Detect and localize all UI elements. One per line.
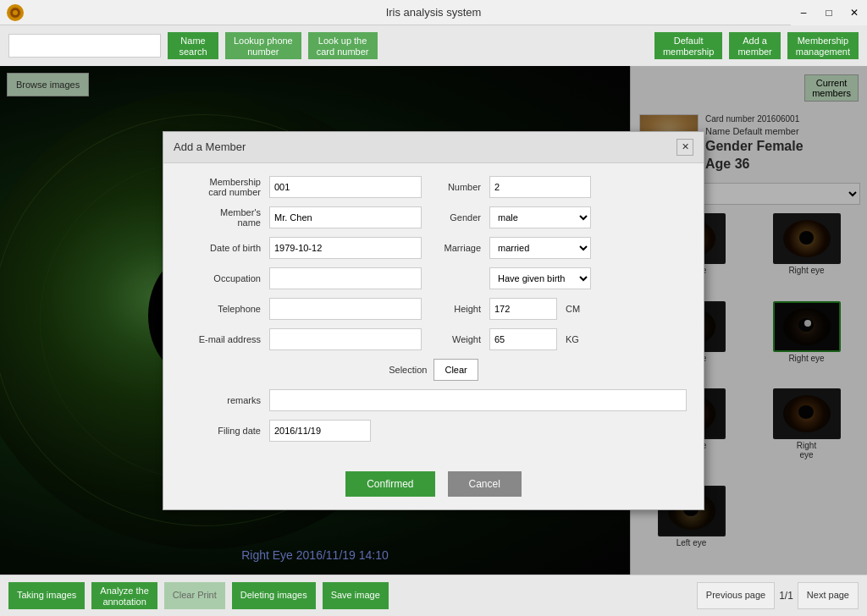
telephone-label: Telephone	[180, 304, 261, 314]
confirm-button[interactable]: Confirmed	[345, 471, 434, 497]
dialog-footer: Confirmed Cancel	[163, 463, 704, 509]
selection-label: Selection	[389, 365, 427, 375]
marriage-select[interactable]: married single	[489, 237, 591, 259]
search-input[interactable]	[8, 34, 161, 58]
filing-date-label: Filing date	[180, 426, 261, 436]
email-label: E-mail address	[180, 334, 261, 344]
form-row-occupation: Occupation Have given birth	[180, 267, 687, 289]
dialog-close-button[interactable]: ✕	[676, 139, 693, 156]
dialog-title: Add a Member	[174, 140, 246, 153]
occupation-label: Occupation	[180, 273, 261, 283]
minimize-button[interactable]: –	[791, 0, 816, 25]
close-button[interactable]: ✕	[842, 0, 867, 25]
form-row-dob: Date of birth Marriage married single	[180, 237, 687, 259]
gender-label: Gender	[430, 212, 481, 223]
form-row-email: E-mail address Weight KG	[180, 328, 687, 350]
form-row-telephone: Telephone Height CM	[180, 298, 687, 320]
dob-label: Date of birth	[180, 243, 261, 253]
next-page-button[interactable]: Next page	[798, 582, 859, 609]
have-given-birth-select[interactable]: Have given birth	[489, 267, 591, 289]
membership-card-input[interactable]	[269, 176, 422, 198]
name-search-button[interactable]: Name search	[168, 32, 218, 59]
window-controls: – □ ✕	[791, 0, 867, 25]
clear-print-button[interactable]: Clear Print	[164, 582, 225, 609]
member-name-input[interactable]	[269, 206, 422, 228]
app-icon	[7, 4, 24, 21]
pagination: Previous page 1/1 Next page	[697, 582, 859, 609]
cancel-button[interactable]: Cancel	[448, 471, 522, 497]
weight-unit: KG	[566, 334, 579, 344]
weight-input[interactable]	[489, 328, 557, 350]
add-member-button[interactable]: Add a member	[729, 32, 780, 59]
lookup-card-button[interactable]: Look up the card number	[308, 32, 378, 59]
bottom-toolbar: Taking images Analyze the annotation Cle…	[0, 575, 867, 616]
marriage-label: Marriage	[430, 243, 481, 253]
member-name-label: Member's name	[180, 207, 261, 228]
telephone-input[interactable]	[269, 298, 422, 320]
deleting-images-button[interactable]: Deleting images	[232, 582, 316, 609]
weight-label: Weight	[430, 334, 481, 344]
remarks-label: remarks	[180, 395, 261, 405]
previous-page-button[interactable]: Previous page	[697, 582, 775, 609]
dob-input[interactable]	[269, 237, 422, 259]
title-bar: Iris analysis system – □ ✕	[0, 0, 867, 25]
membership-card-label: Membership card number	[180, 177, 261, 197]
dialog-header: Add a Member ✕	[163, 132, 704, 163]
selection-area: Selection Clear	[180, 359, 687, 381]
gender-select[interactable]: male female	[489, 206, 591, 228]
membership-management-button[interactable]: Membership management	[787, 32, 859, 59]
clear-button[interactable]: Clear	[434, 359, 478, 381]
maximize-button[interactable]: □	[816, 0, 842, 25]
number-label: Number	[430, 182, 481, 192]
number-input[interactable]	[489, 176, 591, 198]
page-number: 1/1	[779, 590, 793, 602]
dialog-overlay: Add a Member ✕ Membership card number Nu…	[0, 66, 867, 575]
app-title: Iris analysis system	[386, 6, 482, 19]
height-unit: CM	[566, 304, 580, 314]
content-area: Browse images Right Eye 2016/11/19 14:10	[0, 66, 867, 575]
toolbar: Name search Lookup phone number Look up …	[0, 25, 867, 66]
lookup-phone-button[interactable]: Lookup phone number	[225, 32, 301, 59]
form-row-remarks: remarks	[180, 389, 687, 411]
svg-point-1	[13, 10, 18, 15]
occupation-input[interactable]	[269, 267, 422, 289]
save-image-button[interactable]: Save image	[323, 582, 389, 609]
remarks-input[interactable]	[269, 389, 687, 411]
filing-date-input[interactable]	[269, 420, 371, 442]
form-row-filing: Filing date	[180, 420, 687, 442]
analyze-annotation-button[interactable]: Analyze the annotation	[91, 582, 157, 609]
height-label: Height	[430, 304, 481, 314]
height-input[interactable]	[489, 298, 557, 320]
default-membership-button[interactable]: Default membership	[654, 32, 723, 59]
email-input[interactable]	[269, 328, 422, 350]
taking-images-button[interactable]: Taking images	[8, 582, 85, 609]
dialog-body: Membership card number Number Member's n…	[163, 163, 704, 463]
form-row-name: Member's name Gender male female	[180, 206, 687, 228]
form-row-membership: Membership card number Number	[180, 176, 687, 198]
main-content: Name search Lookup phone number Look up …	[0, 25, 867, 616]
add-member-dialog: Add a Member ✕ Membership card number Nu…	[163, 131, 704, 510]
